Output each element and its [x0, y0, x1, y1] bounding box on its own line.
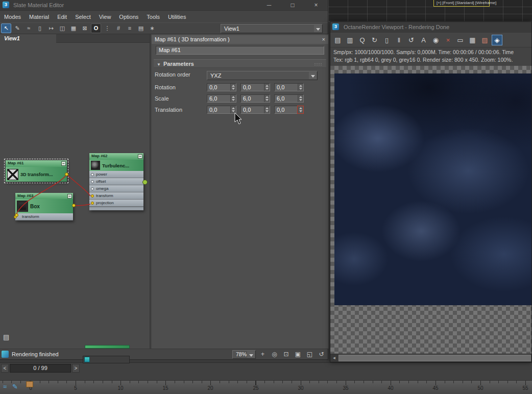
spinner-arrows-icon[interactable]: [298, 106, 303, 113]
slot-transform[interactable]: transform: [15, 213, 73, 220]
scale-x-spinner[interactable]: 6,0: [207, 94, 236, 103]
spinner-arrows-icon[interactable]: [230, 84, 236, 91]
translation-y-spinner[interactable]: 0,0: [240, 106, 270, 114]
layout-all-icon[interactable]: ⋮: [102, 23, 112, 33]
parameters-rollout[interactable]: ▼Parameters: [154, 59, 326, 68]
collapse-icon[interactable]: −: [138, 154, 142, 159]
camera-target-icon[interactable]: ◉: [430, 35, 441, 45]
translation-z-spinner[interactable]: 0,0: [274, 106, 304, 114]
zoom-extents-icon[interactable]: ▣: [294, 350, 302, 359]
background-front-viewport[interactable]: [+] [Front] [Standard] [Wireframe]: [328, 0, 532, 21]
spinner-arrows-icon[interactable]: [264, 84, 270, 91]
menu-options[interactable]: Options: [115, 11, 142, 23]
collapse-icon[interactable]: −: [61, 161, 66, 166]
hide-unused-slots-icon[interactable]: ◫: [57, 23, 67, 33]
layout-children-icon[interactable]: #: [113, 23, 124, 33]
menu-view[interactable]: View: [95, 11, 115, 23]
parameter-panel-header[interactable]: Map #61 ( 3D transformation ) ×: [152, 35, 328, 44]
search-icon[interactable]: Q: [357, 35, 368, 45]
next-frame-button[interactable]: >: [72, 364, 80, 373]
spinner-arrows-icon[interactable]: [230, 95, 236, 102]
chevron-down-icon[interactable]: [247, 351, 255, 358]
film-region-icon[interactable]: ▦: [467, 35, 478, 45]
zoom-icon[interactable]: ◎: [270, 350, 279, 359]
minimize-button[interactable]: ─: [257, 0, 281, 10]
freehand-select-icon[interactable]: ≈: [23, 23, 34, 33]
scale-y-spinner[interactable]: 6,0: [240, 94, 270, 103]
minimized-node-fragment[interactable]: [83, 356, 130, 363]
focus-picker-icon[interactable]: A: [418, 35, 429, 45]
node-map63[interactable]: Map #63 − Box transform: [15, 193, 73, 220]
output-socket-map62-icon[interactable]: [142, 180, 148, 185]
node-map62[interactable]: Map #62 − Turbulenc... power offset omeg…: [89, 153, 143, 210]
current-frame-field[interactable]: 0 / 99: [10, 364, 71, 373]
zoom-region-icon[interactable]: ⊡: [282, 350, 291, 359]
maximize-button[interactable]: □: [281, 0, 304, 10]
render-map-icon[interactable]: ∗: [147, 23, 157, 33]
output-socket-map63-icon[interactable]: [72, 204, 76, 207]
octane-tool-icon[interactable]: O: [91, 23, 101, 33]
menu-utilities[interactable]: Utilities: [164, 11, 190, 23]
node-graph-view[interactable]: View1 Map #61 − 3D transform... Map #62 …: [0, 34, 151, 349]
spinner-arrows-icon[interactable]: [264, 95, 270, 102]
refresh-icon[interactable]: ↻: [369, 35, 380, 45]
previous-frame-button[interactable]: <: [1, 364, 9, 373]
input-socket-connected-icon[interactable]: [91, 194, 94, 198]
save-render-icon[interactable]: ▤: [332, 35, 343, 45]
chevron-down-icon[interactable]: [314, 25, 322, 32]
octane-titlebar[interactable]: 3 OctaneRender Viewport - Rendering Done: [330, 22, 531, 32]
delete-selected-icon[interactable]: ▯: [35, 23, 45, 33]
offscreen-node-fragment[interactable]: [85, 345, 130, 349]
chevron-down-icon[interactable]: [309, 72, 317, 79]
node-map61[interactable]: Map #61 − 3D transform...: [6, 160, 67, 182]
node-map62-header[interactable]: Map #62 −: [89, 153, 143, 160]
map-name-field[interactable]: Map #61: [156, 46, 324, 55]
node-map61-body[interactable]: 3D transform...: [6, 167, 67, 182]
menu-modes[interactable]: Modes: [0, 11, 25, 23]
close-icon[interactable]: ×: [322, 35, 325, 44]
select-options-icon[interactable]: ≡: [125, 23, 135, 33]
stop-rendering-icon[interactable]: ×: [443, 35, 453, 45]
spinner-arrows-icon[interactable]: [298, 84, 303, 91]
material-picker-icon[interactable]: ◈: [492, 35, 502, 45]
mini-curve-editor-icon[interactable]: ≈: [3, 383, 7, 390]
pick-material-icon[interactable]: ✎: [12, 23, 22, 33]
show-grid-icon[interactable]: ▦: [68, 23, 79, 33]
input-socket-icon[interactable]: [91, 173, 94, 176]
rendered-image[interactable]: [334, 73, 531, 305]
slot-offset[interactable]: offset: [89, 178, 143, 185]
spinner-arrows-icon[interactable]: [264, 106, 270, 113]
scale-z-spinner[interactable]: 6,0: [274, 94, 304, 103]
trackbar-key-mode-icon[interactable]: ✎: [12, 383, 18, 390]
move-children-icon[interactable]: ↦: [46, 23, 56, 33]
slot-omega[interactable]: omega: [89, 185, 143, 192]
node-map63-body[interactable]: Box: [15, 199, 73, 213]
menu-select[interactable]: Select: [71, 11, 95, 23]
zoom-extents-selected-icon[interactable]: ◱: [305, 350, 314, 359]
show-background-icon[interactable]: ⊠: [80, 23, 90, 33]
translation-x-spinner[interactable]: 0,0: [207, 106, 236, 114]
scrollbar-thumb[interactable]: [338, 355, 531, 361]
slot-transform[interactable]: transform: [89, 192, 143, 200]
horizontal-scrollbar[interactable]: ◄: [330, 354, 531, 362]
lock-resolution-icon[interactable]: ▯: [381, 35, 392, 45]
rotation-x-spinner[interactable]: 0,0: [207, 83, 236, 91]
slot-power[interactable]: power: [89, 171, 143, 178]
menu-tools[interactable]: Tools: [142, 11, 164, 23]
collapse-icon[interactable]: −: [67, 194, 72, 199]
rotation-order-select[interactable]: YXZ: [207, 71, 318, 80]
render-viewport[interactable]: [330, 66, 531, 354]
node-map62-body[interactable]: Turbulenc...: [89, 160, 143, 171]
input-socket-icon[interactable]: [91, 187, 94, 190]
scroll-left-icon[interactable]: ◄: [330, 354, 338, 362]
select-arrow-icon[interactable]: ↖: [1, 23, 11, 33]
node-map63-header[interactable]: Map #63 −: [15, 193, 73, 199]
menu-material[interactable]: Material: [25, 11, 53, 23]
tab-view1[interactable]: View1: [0, 34, 56, 43]
track-bar[interactable]: 0 5 10 15 20 25 30 35 40 45 50 55 ≈ ✎: [0, 380, 532, 394]
zoom-level-select[interactable]: 78%: [232, 350, 256, 359]
input-socket-connected-icon[interactable]: [91, 202, 94, 205]
restart-rendering-icon[interactable]: ↺: [406, 35, 417, 45]
wire-endpoint-map63-icon[interactable]: [15, 213, 18, 217]
input-socket-icon[interactable]: [91, 180, 94, 183]
